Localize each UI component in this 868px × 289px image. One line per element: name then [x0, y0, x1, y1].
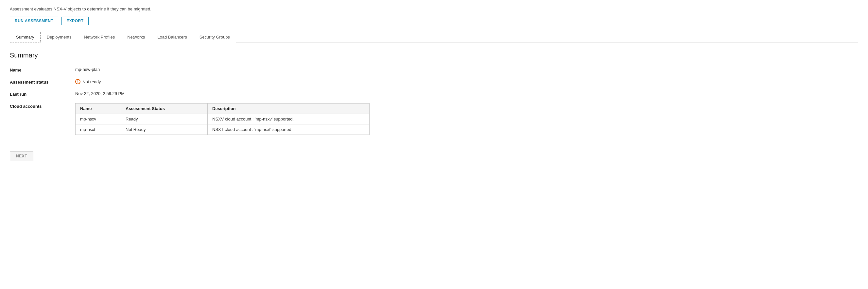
last-run-field-row: Last run Nov 22, 2020, 2:59:29 PM	[10, 91, 858, 97]
tab-deployments[interactable]: Deployments	[40, 32, 78, 42]
table-cell-name: mp-nsxt	[75, 124, 121, 135]
status-label: Assessment status	[10, 79, 75, 84]
table-cell-description: NSXV cloud account : 'mp-nsxv' supported…	[208, 114, 370, 124]
page-description: Assessment evaluates NSX-V objects to de…	[10, 6, 858, 11]
status-value: ! Not ready	[75, 79, 101, 84]
cloud-accounts-field-row: Cloud accounts NameAssessment StatusDesc…	[10, 103, 858, 135]
section-title: Summary	[10, 51, 858, 59]
toolbar: RUN ASSESSMENT EXPORT	[10, 17, 858, 25]
table-cell-description: NSXT cloud account : 'mp-nsxt' supported…	[208, 124, 370, 135]
next-button[interactable]: NEXT	[10, 151, 33, 161]
tab-load-balancers[interactable]: Load Balancers	[151, 32, 193, 42]
tab-security-groups[interactable]: Security Groups	[193, 32, 236, 42]
table-body: mp-nsxvReadyNSXV cloud account : 'mp-nsx…	[75, 114, 370, 135]
table-col-header: Description	[208, 104, 370, 114]
last-run-value: Nov 22, 2020, 2:59:29 PM	[75, 91, 125, 96]
cloud-accounts-label: Cloud accounts	[10, 103, 75, 109]
name-field-row: Name mp-new-plan	[10, 67, 858, 72]
tab-networks[interactable]: Networks	[121, 32, 151, 42]
status-field-row: Assessment status ! Not ready	[10, 79, 858, 84]
tab-summary[interactable]: Summary	[10, 32, 40, 42]
export-button[interactable]: EXPORT	[61, 17, 88, 25]
last-run-label: Last run	[10, 91, 75, 97]
tab-bar: SummaryDeploymentsNetwork ProfilesNetwor…	[10, 32, 858, 42]
table-col-header: Name	[75, 104, 121, 114]
table-cell-name: mp-nsxv	[75, 114, 121, 124]
run-assessment-button[interactable]: RUN ASSESSMENT	[10, 17, 58, 25]
table-header: NameAssessment StatusDescription	[75, 104, 370, 114]
name-value: mp-new-plan	[75, 67, 100, 72]
table-row: mp-nsxtNot ReadyNSXT cloud account : 'mp…	[75, 124, 370, 135]
cloud-accounts-table: NameAssessment StatusDescription mp-nsxv…	[75, 103, 370, 135]
tab-network-profiles[interactable]: Network Profiles	[78, 32, 121, 42]
table-col-header: Assessment Status	[121, 104, 208, 114]
name-label: Name	[10, 67, 75, 72]
not-ready-icon: !	[75, 79, 81, 84]
status-text: Not ready	[83, 79, 101, 84]
table-cell-assessment_status: Not Ready	[121, 124, 208, 135]
table-row: mp-nsxvReadyNSXV cloud account : 'mp-nsx…	[75, 114, 370, 124]
table-cell-assessment_status: Ready	[121, 114, 208, 124]
cloud-accounts-table-container: NameAssessment StatusDescription mp-nsxv…	[75, 103, 370, 135]
